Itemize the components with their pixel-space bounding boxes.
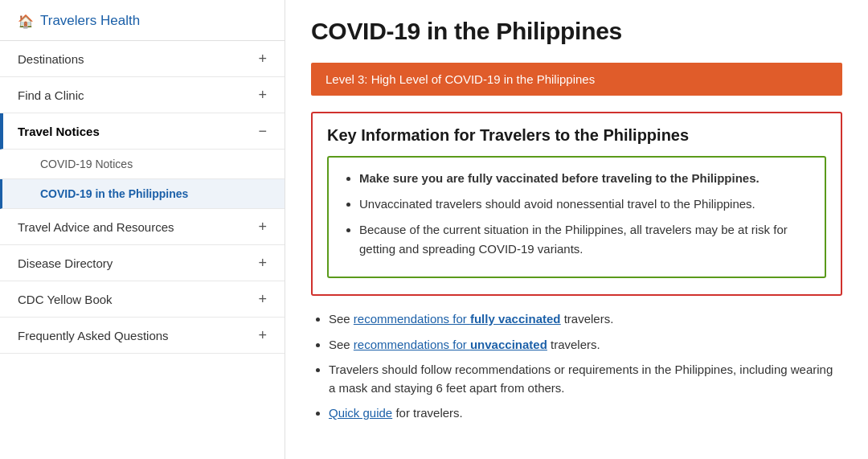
page-title: COVID-19 in the Philippines <box>311 18 842 45</box>
sidebar-item-disease-directory[interactable]: Disease Directory + <box>0 245 285 281</box>
plus-icon: + <box>258 88 267 102</box>
quick-guide-link[interactable]: Quick guide <box>329 406 392 420</box>
sidebar-item-disease-directory-label: Disease Directory <box>18 256 113 270</box>
sidebar-item-destinations-label: Destinations <box>18 52 84 66</box>
sidebar-item-destinations[interactable]: Destinations + <box>0 41 285 77</box>
sidebar-home-link[interactable]: 🏠 Travelers Health <box>0 0 285 41</box>
sidebar-item-faq-label: Frequently Asked Questions <box>18 329 169 342</box>
plus-icon: + <box>258 51 267 66</box>
highlighted-bullets-list: Make sure you are fully vaccinated befor… <box>342 169 812 259</box>
extra-bullet-3: Travelers should follow recommendations … <box>329 361 842 397</box>
extra-bullet-1-suffix: travelers. <box>564 312 614 326</box>
plus-icon: + <box>258 292 267 306</box>
subitem-covid19-notices-label: COVID-19 Notices <box>40 158 133 170</box>
extra-bullets-list: See recommendations for fully vaccinated… <box>311 310 842 423</box>
sidebar-item-faq[interactable]: Frequently Asked Questions + <box>0 318 285 354</box>
key-info-box: Key Information for Travelers to the Phi… <box>311 112 842 296</box>
sidebar-item-travel-notices-label: Travel Notices <box>18 125 100 138</box>
sidebar-item-find-clinic-label: Find a Clinic <box>18 88 84 102</box>
plus-icon: + <box>258 256 267 270</box>
highlight-bullet-1: Make sure you are fully vaccinated befor… <box>359 169 812 188</box>
fully-vaccinated-link[interactable]: recommendations for fully vaccinated <box>354 312 561 326</box>
sidebar-item-cdc-yellow-book-label: CDC Yellow Book <box>18 293 113 306</box>
travel-notices-submenu: COVID-19 Notices COVID-19 in the Philipp… <box>0 150 285 209</box>
highlight-bullet-3: Because of the current situation in the … <box>359 220 812 259</box>
plus-icon: + <box>258 219 267 234</box>
extra-bullet-4: Quick guide for travelers. <box>329 404 842 423</box>
sidebar-item-travel-advice-label: Travel Advice and Resources <box>18 220 174 234</box>
sidebar-item-travel-advice[interactable]: Travel Advice and Resources + <box>0 209 285 245</box>
plus-icon: + <box>258 328 267 342</box>
unvaccinated-link[interactable]: recommendations for unvaccinated <box>354 338 547 351</box>
sidebar-item-find-a-clinic[interactable]: Find a Clinic + <box>0 77 285 113</box>
extra-bullet-2-prefix: See <box>329 338 354 351</box>
green-highlight-box: Make sure you are fully vaccinated befor… <box>327 156 826 278</box>
alert-banner: Level 3: High Level of COVID-19 in the P… <box>311 63 842 96</box>
home-icon: 🏠 <box>18 14 34 29</box>
extra-bullet-2-suffix: travelers. <box>551 338 600 351</box>
minus-icon: − <box>258 124 267 138</box>
sidebar: 🏠 Travelers Health Destinations + Find a… <box>0 0 285 459</box>
extra-bullet-1: See recommendations for fully vaccinated… <box>329 310 842 329</box>
subitem-covid19-philippines-label: COVID-19 in the Philippines <box>40 187 188 200</box>
sidebar-home-label: Travelers Health <box>40 13 140 29</box>
highlight-bullet-2: Unvaccinated travelers should avoid none… <box>359 195 812 214</box>
sidebar-item-travel-notices[interactable]: Travel Notices − <box>0 113 285 150</box>
sidebar-subitem-covid19-notices[interactable]: COVID-19 Notices <box>0 150 285 179</box>
sidebar-subitem-covid19-philippines[interactable]: COVID-19 in the Philippines <box>0 179 285 209</box>
sidebar-item-cdc-yellow-book[interactable]: CDC Yellow Book + <box>0 281 285 318</box>
main-content: COVID-19 in the Philippines Level 3: Hig… <box>285 0 868 459</box>
extra-bullet-2: See recommendations for unvaccinated tra… <box>329 336 842 354</box>
key-info-title: Key Information for Travelers to the Phi… <box>327 126 826 145</box>
extra-bullet-4-suffix: for travelers. <box>395 406 462 420</box>
extra-bullet-1-prefix: See <box>329 312 354 326</box>
